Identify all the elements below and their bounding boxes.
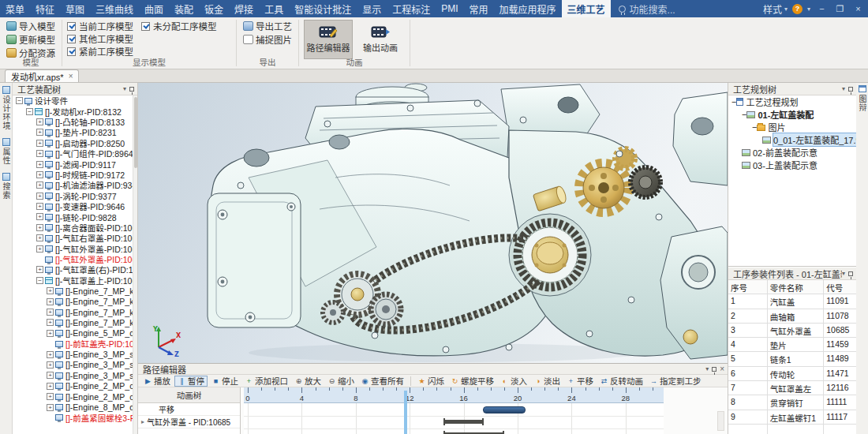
- 停止-button[interactable]: ■停止: [209, 376, 241, 387]
- tree-row[interactable]: +[]-Engine_8_MP_d:: [13, 402, 133, 412]
- 反转动画-button[interactable]: ⇄反转动画: [597, 376, 645, 387]
- 导入模型-button[interactable]: 导入模型: [5, 20, 57, 32]
- tree-row[interactable]: +[]-Engine_7_MP_kl: [13, 286, 133, 296]
- expand-icon[interactable]: +: [36, 161, 43, 168]
- tree-row[interactable]: +[]-滤阀-PID:9117: [13, 159, 133, 169]
- minimize-button[interactable]: −: [815, 2, 829, 16]
- timeline-ruler[interactable]: 048121620242832: [244, 387, 664, 403]
- scrollbar[interactable]: [717, 411, 724, 431]
- expand-icon[interactable]: +: [36, 266, 43, 273]
- tree-row[interactable]: +[]-气缸外罩盖-PID:106: [13, 243, 133, 253]
- checkbox-当前工序模型[interactable]: 当前工序模型: [67, 20, 133, 32]
- menu-item-工具[interactable]: 工具: [259, 0, 289, 17]
- expand-icon[interactable]: +: [47, 383, 54, 390]
- tree-row[interactable]: []-前盖紧固螺栓3-P: [13, 413, 133, 423]
- tree-row[interactable]: +[]-Engine_2_MP_cy: [13, 391, 133, 402]
- tree-row[interactable]: +[]-机油滤油器-PID:934: [13, 180, 133, 190]
- menu-item-常用[interactable]: 常用: [464, 0, 494, 17]
- animation-tree-row[interactable]: 平移: [138, 403, 240, 416]
- tree-row[interactable]: +[]-Engine_3_MP_sh: [13, 370, 133, 380]
- tree-row[interactable]: +[]-气缸右罩盖-PID:106: [13, 233, 133, 243]
- tree-row[interactable]: 03-上盖装配示意: [728, 159, 856, 171]
- 指定到工步-button[interactable]: →指定到工步: [647, 376, 704, 387]
- expand-icon[interactable]: +: [36, 129, 43, 136]
- tree-row[interactable]: −工艺过程规划: [728, 95, 856, 108]
- collapse-icon[interactable]: −: [36, 277, 43, 284]
- expand-icon[interactable]: +: [47, 319, 54, 326]
- 播放-button[interactable]: ▶播放: [141, 376, 173, 387]
- expand-icon[interactable]: +: [47, 351, 54, 358]
- 捕捉图片-button[interactable]: 捕捉图片: [241, 33, 294, 46]
- expand-icon[interactable]: +: [47, 393, 54, 400]
- 更新模型-button[interactable]: 更新模型: [5, 33, 57, 46]
- menu-item-三维工艺[interactable]: 三维工艺: [562, 0, 611, 17]
- style-button[interactable]: 样式 ▾: [763, 2, 788, 16]
- table-row[interactable]: 6传动轮11471: [728, 367, 856, 381]
- left-rail-tab-搜索[interactable]: 搜索: [0, 173, 12, 200]
- expand-icon[interactable]: +: [36, 118, 43, 125]
- expand-icon[interactable]: +: [36, 224, 43, 231]
- tree-row[interactable]: +[]-离合器面毂-PID:106: [13, 223, 133, 233]
- table-row[interactable]: 3气缸外罩盖10685: [728, 324, 856, 338]
- 查看所有-button[interactable]: ◉查看所有: [358, 376, 406, 387]
- expand-icon[interactable]: +: [36, 234, 43, 241]
- tree-row[interactable]: []-前缸盖壳-PID:10: [13, 339, 133, 349]
- table-row[interactable]: 2曲轴箱11078: [728, 309, 856, 324]
- menu-item-钣金[interactable]: 钣金: [199, 0, 229, 17]
- tree-row[interactable]: −图片: [728, 121, 856, 133]
- animation-tree-row[interactable]: ▸气缸外罩盖 - PID:10685: [138, 416, 240, 428]
- menu-item-草图[interactable]: 草图: [60, 0, 90, 17]
- menu-item-菜单[interactable]: 菜单: [0, 0, 30, 17]
- expand-icon[interactable]: +: [36, 150, 43, 157]
- expand-icon[interactable]: +: [36, 203, 43, 210]
- document-tab[interactable]: 发动机xr.aps* ×: [5, 69, 79, 82]
- 放大-button[interactable]: ⊕放大: [292, 376, 324, 387]
- expand-icon[interactable]: +: [36, 193, 43, 200]
- 导出工艺-button[interactable]: 导出工艺: [241, 20, 294, 32]
- tree-row[interactable]: +[]-Engine_3_MP_sh: [13, 349, 133, 359]
- tab-close-icon[interactable]: ×: [69, 72, 73, 80]
- right-rail-tab[interactable]: 图辩: [856, 83, 868, 112]
- close-icon[interactable]: ×: [720, 365, 724, 373]
- tree-row[interactable]: +[]-时规链-PID:9172: [13, 170, 133, 180]
- menu-item-曲面[interactable]: 曲面: [139, 0, 169, 17]
- checkbox-其他工序模型[interactable]: 其他工序模型: [67, 32, 133, 45]
- menu-item-特征[interactable]: 特征: [30, 0, 60, 17]
- 淡入-button[interactable]: ◐淡入: [498, 376, 529, 387]
- menu-item-焊接[interactable]: 焊接: [229, 0, 259, 17]
- tree-row[interactable]: −设计零件: [13, 95, 133, 106]
- tree-row[interactable]: +[]-凸轮轴-PID:8133: [13, 117, 133, 127]
- tree-row[interactable]: +[]-变速器-PID:9646: [13, 201, 133, 211]
- tree-row[interactable]: +[]-涡轮-PID:9377: [13, 191, 133, 201]
- tree-row[interactable]: +[]-Engine_7_MP_kl: [13, 296, 133, 306]
- expand-icon[interactable]: +: [47, 372, 54, 379]
- expand-icon[interactable]: +: [47, 330, 54, 337]
- expand-icon[interactable]: +: [47, 309, 54, 316]
- tree-row[interactable]: +[]-Engine_7_MP_kl: [13, 307, 133, 317]
- playhead[interactable]: [404, 391, 407, 434]
- restore-button[interactable]: ❐: [833, 2, 847, 16]
- menu-item-显示[interactable]: 显示: [357, 0, 387, 17]
- table-row[interactable]: 1汽缸盖11091: [728, 294, 856, 309]
- menu-item-加载应用程序[interactable]: 加载应用程序: [494, 0, 562, 17]
- function-search[interactable]: 功能搜索...: [611, 0, 683, 17]
- expand-icon[interactable]: +: [36, 140, 43, 147]
- expand-icon[interactable]: +: [36, 245, 43, 253]
- left-rail-tab-设计环境[interactable]: 设计环境: [0, 86, 12, 130]
- tree-row[interactable]: +[]-Engine_7_MP_kl: [13, 317, 133, 327]
- timeline-grid[interactable]: 048121620242832: [244, 387, 664, 434]
- expand-icon[interactable]: +: [36, 213, 43, 220]
- tree-row[interactable]: +[]-Engine_5_MP_d:: [13, 328, 133, 339]
- expand-icon[interactable]: +: [47, 298, 54, 305]
- animation-tree-row[interactable]: [138, 428, 240, 434]
- chevron-down-icon[interactable]: ▾: [705, 365, 709, 372]
- output-animation-button[interactable]: 输出动画: [356, 20, 405, 59]
- scrollbar[interactable]: [133, 95, 137, 434]
- tree-row[interactable]: +[]-链轮-PID:9828: [13, 211, 133, 222]
- 平移-button[interactable]: +平移: [564, 376, 596, 387]
- tree-row[interactable]: +[]-气门组件-PID:8964: [13, 148, 133, 159]
- 暂停-button[interactable]: ∥暂停: [174, 376, 208, 387]
- 添加视口-button[interactable]: +添加视口: [242, 376, 290, 387]
- tree-row[interactable]: []-气缸外罩盖-PID:106: [13, 254, 133, 264]
- expand-icon[interactable]: +: [47, 361, 54, 369]
